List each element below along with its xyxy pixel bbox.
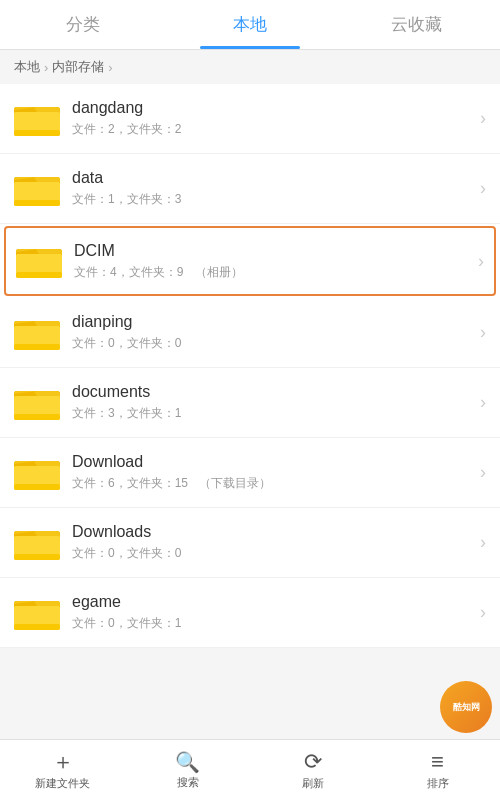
tab-cloud[interactable]: 云收藏 [333,0,500,49]
folder-icon [14,100,60,138]
chevron-right-icon: › [478,251,484,272]
folder-meta: 文件：3，文件夹：1 [72,405,472,422]
tab-bar: 分类 本地 云收藏 [0,0,500,50]
folder-meta: 文件：0，文件夹：0 [72,545,472,562]
svg-rect-9 [14,200,60,206]
breadcrumb-sep-1: › [44,60,48,75]
folder-icon [14,594,60,632]
folder-item-documents[interactable]: documents 文件：3，文件夹：1 › [0,368,500,438]
folder-item-downloads[interactable]: Downloads 文件：0，文件夹：0 › [0,508,500,578]
folder-name: data [72,169,472,187]
folder-name: Download [72,453,472,471]
breadcrumb: 本地 › 内部存储 › [0,50,500,84]
sort-icon: ≡ [431,751,444,773]
watermark-logo: 酷知网 [440,681,492,733]
folder-icon [14,170,60,208]
chevron-right-icon: › [480,602,486,623]
folder-meta: 文件：0，文件夹：0 [72,335,472,352]
tab-category[interactable]: 分类 [0,0,167,49]
folder-name: egame [72,593,472,611]
svg-rect-29 [14,484,60,490]
bottom-toolbar: ＋ 新建文件夹 🔍 搜索 ⟳ 刷新 ≡ 排序 酷知网 [0,739,500,801]
folder-info: documents 文件：3，文件夹：1 [72,383,472,422]
plus-icon: ＋ [52,751,74,773]
breadcrumb-internal[interactable]: 内部存储 [52,58,104,76]
folder-badge: （下载目录） [199,476,271,490]
search-icon: 🔍 [175,752,200,772]
folder-badge: （相册） [195,265,243,279]
folder-item-dcim[interactable]: DCIM 文件：4，文件夹：9 （相册） › [4,226,496,296]
sort-button[interactable]: ≡ 排序 [375,751,500,791]
file-list: dangdang 文件：2，文件夹：2 › data [0,84,500,773]
folder-meta: 文件：6，文件夹：15 （下载目录） [72,475,472,492]
chevron-right-icon: › [480,532,486,553]
chevron-right-icon: › [480,322,486,343]
chevron-right-icon: › [480,392,486,413]
breadcrumb-sep-2: › [108,60,112,75]
folder-info: DCIM 文件：4，文件夹：9 （相册） [74,242,470,281]
folder-info: Download 文件：6，文件夹：15 （下载目录） [72,453,472,492]
search-label: 搜索 [177,775,199,790]
new-folder-button[interactable]: ＋ 新建文件夹 [0,751,125,791]
refresh-label: 刷新 [302,776,324,791]
folder-item-dangdang[interactable]: dangdang 文件：2，文件夹：2 › [0,84,500,154]
sort-label: 排序 [427,776,449,791]
tab-local[interactable]: 本地 [167,0,334,49]
folder-info: data 文件：1，文件夹：3 [72,169,472,208]
refresh-icon: ⟳ [304,751,322,773]
refresh-button[interactable]: ⟳ 刷新 [250,751,375,791]
folder-meta: 文件：4，文件夹：9 （相册） [74,264,470,281]
svg-rect-34 [14,554,60,560]
folder-icon [14,384,60,422]
folder-icon [14,524,60,562]
folder-name: documents [72,383,472,401]
folder-info: dianping 文件：0，文件夹：0 [72,313,472,352]
search-button[interactable]: 🔍 搜索 [125,752,250,790]
folder-name: dangdang [72,99,472,117]
svg-rect-14 [16,272,62,278]
svg-rect-24 [14,414,60,420]
folder-name: dianping [72,313,472,331]
folder-name: Downloads [72,523,472,541]
chevron-right-icon: › [480,108,486,129]
folder-icon [14,314,60,352]
new-folder-label: 新建文件夹 [35,776,90,791]
svg-rect-19 [14,344,60,350]
folder-icon [16,242,62,280]
folder-info: egame 文件：0，文件夹：1 [72,593,472,632]
chevron-right-icon: › [480,462,486,483]
folder-item-dianping[interactable]: dianping 文件：0，文件夹：0 › [0,298,500,368]
folder-list: dangdang 文件：2，文件夹：2 › data [0,84,500,648]
chevron-right-icon: › [480,178,486,199]
folder-meta: 文件：0，文件夹：1 [72,615,472,632]
folder-info: dangdang 文件：2，文件夹：2 [72,99,472,138]
svg-rect-39 [14,624,60,630]
folder-meta: 文件：1，文件夹：3 [72,191,472,208]
folder-info: Downloads 文件：0，文件夹：0 [72,523,472,562]
folder-item-download[interactable]: Download 文件：6，文件夹：15 （下载目录） › [0,438,500,508]
folder-item-data[interactable]: data 文件：1，文件夹：3 › [0,154,500,224]
svg-rect-4 [14,130,60,136]
breadcrumb-local[interactable]: 本地 [14,58,40,76]
folder-icon [14,454,60,492]
folder-name: DCIM [74,242,470,260]
folder-meta: 文件：2，文件夹：2 [72,121,472,138]
folder-item-egame[interactable]: egame 文件：0，文件夹：1 › [0,578,500,648]
